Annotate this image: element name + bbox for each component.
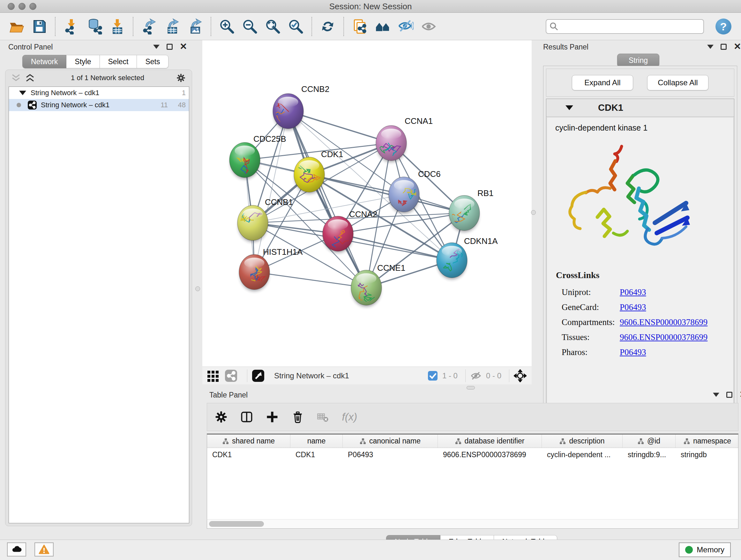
edge-HIST1H1A-CCNE1[interactable] (254, 272, 366, 288)
node-CCNA1[interactable] (376, 125, 407, 163)
search-input[interactable] (546, 19, 704, 34)
import-table-from-file-button[interactable] (108, 16, 126, 37)
table-panel-float-icon[interactable] (726, 392, 732, 398)
edge-CCNB2-CCNA1[interactable] (288, 111, 391, 143)
table-cell[interactable]: stringdb:9... (623, 448, 676, 462)
control-panel-close-icon[interactable]: ✕ (180, 44, 187, 50)
import-network-from-database-button[interactable] (85, 16, 104, 37)
results-panel-close-icon[interactable]: ✕ (734, 44, 741, 50)
table-cell[interactable]: stringdb (676, 448, 738, 462)
edge-CCNB2-CCNE1[interactable] (288, 111, 366, 288)
duplicate-network-button[interactable] (350, 16, 369, 37)
table-row[interactable]: CDK1CDK1P064939606.ENSP00000378699cyclin… (207, 448, 738, 462)
table-cell[interactable]: CDK1 (290, 448, 343, 462)
node-label-RB1: RB1 (477, 188, 494, 198)
grid-view-icon[interactable] (207, 369, 219, 382)
table-panel-close-icon[interactable]: ✕ (739, 391, 741, 398)
crosslink-row: GeneCard:P06493 (556, 300, 708, 315)
import-network-from-file-button[interactable] (62, 16, 80, 37)
cloud-status-button[interactable] (7, 543, 26, 557)
column-header-database-identifier[interactable]: database identifier (438, 435, 542, 448)
table-panel-minimize-icon[interactable] (713, 393, 719, 397)
table-options-gear-icon[interactable] (214, 410, 228, 424)
left-splitter-handle[interactable] (195, 287, 200, 291)
zoom-in-button[interactable] (218, 16, 236, 37)
warning-status-button[interactable] (35, 543, 54, 557)
column-header-namespace[interactable]: namespace (676, 435, 738, 448)
control-panel-minimize-icon[interactable] (153, 45, 159, 49)
zoom-fit-content-button[interactable] (264, 16, 282, 37)
node-CDK1[interactable] (294, 157, 325, 194)
refresh-view-button[interactable] (319, 16, 337, 37)
show-columns-icon[interactable] (240, 410, 254, 424)
save-session-icon (31, 18, 47, 35)
results-panel-minimize-icon[interactable] (707, 45, 714, 49)
table-horizontal-scrollbar[interactable] (207, 519, 738, 529)
control-panel-float-icon[interactable] (166, 44, 173, 50)
help-button[interactable]: ? (716, 18, 731, 35)
fit-selected-crosshair-icon[interactable] (514, 369, 527, 382)
crosslink-link[interactable]: 9606.ENSP00000378699 (620, 332, 708, 342)
node-HIST1H1A[interactable] (239, 254, 270, 292)
collection-disclosure-icon[interactable] (19, 91, 26, 95)
tab-select[interactable]: Select (100, 55, 137, 68)
expand-all-icon[interactable] (25, 74, 35, 82)
zoom-out-button[interactable] (241, 16, 259, 37)
table-cell[interactable]: 9606.ENSP00000378699 (438, 448, 542, 462)
collapse-all-button[interactable]: Collapse All (647, 75, 709, 90)
save-session-button[interactable] (30, 16, 49, 37)
birds-eye-view-icon[interactable] (252, 369, 265, 382)
table-cell[interactable]: cyclin-dependent ... (542, 448, 623, 462)
node-CCNB2[interactable] (262, 94, 304, 131)
share-view-icon[interactable] (225, 369, 238, 382)
show-all-button[interactable] (419, 16, 438, 37)
table-scrollbar-thumb[interactable] (209, 521, 264, 527)
hide-selected-button[interactable] (396, 16, 415, 37)
gene-section-header[interactable]: CDK1 (546, 99, 734, 117)
crosslink-link[interactable]: 9606.ENSP00000378699 (620, 317, 708, 327)
column-header--id[interactable]: @id (623, 435, 676, 448)
edge-CCNA2-CDKN1A[interactable] (338, 234, 452, 260)
node-CCNA2[interactable] (323, 216, 361, 253)
expand-all-button[interactable]: Expand All (572, 75, 633, 90)
create-column-plus-icon[interactable] (265, 410, 279, 424)
crosslink-link[interactable]: P06493 (620, 287, 646, 297)
table-cell[interactable]: P06493 (343, 448, 438, 462)
network-row[interactable]: String Network – cdk1 11 48 (9, 99, 189, 111)
tab-style[interactable]: Style (66, 55, 99, 68)
delete-column-trash-icon[interactable] (291, 410, 305, 424)
node-CDKN1A[interactable] (436, 243, 467, 280)
selected-checkbox-icon[interactable] (428, 371, 438, 381)
node-CDC6[interactable] (389, 177, 419, 214)
open-session-button[interactable] (7, 16, 25, 37)
column-header-name[interactable]: name (290, 435, 343, 448)
hidden-node-edge-counts: 0 - 0 (486, 371, 501, 380)
tab-network[interactable]: Network (22, 55, 66, 68)
tab-sets[interactable]: Sets (137, 55, 169, 68)
node-CCNE1[interactable] (351, 270, 382, 307)
crosslink-link[interactable]: P06493 (620, 348, 646, 357)
memory-button[interactable]: Memory (679, 543, 731, 557)
collapse-all-icon[interactable] (11, 74, 21, 82)
table-cell[interactable]: CDK1 (207, 448, 290, 462)
node-CCNB1[interactable] (238, 202, 268, 242)
tab-string[interactable]: String (617, 54, 659, 67)
column-header-shared-name[interactable]: shared name (207, 435, 290, 448)
column-header-label: name (307, 437, 326, 445)
column-header-canonical-name[interactable]: canonical name (343, 435, 438, 448)
gene-disclosure-icon[interactable] (565, 105, 573, 110)
export-network-button[interactable] (140, 16, 158, 37)
node-CDC25B[interactable] (229, 142, 260, 179)
network-collection-row[interactable]: String Network – cdk1 1 (9, 87, 189, 99)
edge-CDK1-RB1[interactable] (309, 175, 464, 213)
crosslink-link[interactable]: P06493 (620, 302, 646, 312)
column-header-description[interactable]: description (542, 435, 623, 448)
zoom-selected-button[interactable] (286, 16, 305, 37)
show-all-icon (421, 18, 436, 35)
network-options-gear-icon[interactable] (176, 73, 186, 83)
network-canvas[interactable]: CCNB2CCNA1CDC25BCDK1CDC6RB1CCNB1CCNA2CDK… (202, 40, 532, 367)
export-table-button[interactable] (163, 16, 181, 37)
export-image-button[interactable] (186, 16, 204, 37)
results-panel-float-icon[interactable] (721, 44, 727, 50)
first-neighbors-button[interactable] (374, 16, 392, 37)
